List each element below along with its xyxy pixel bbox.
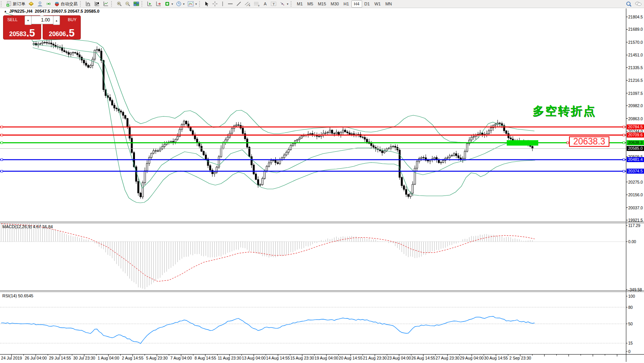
trendline-icon xyxy=(236,1,241,7)
caret-down-icon: ▾ xyxy=(195,2,197,6)
channel-tool-button[interactable]: E xyxy=(243,0,252,7)
new-order-icon xyxy=(6,1,12,7)
timeframe-button-h1[interactable]: H1 xyxy=(341,1,351,7)
toolbar-grip[interactable] xyxy=(199,1,202,7)
rsi-axis-tick: 0 xyxy=(628,349,631,354)
time-axis-label: 29 Aug 04:00 xyxy=(460,356,484,360)
new-order-label: 新订单 xyxy=(13,1,25,7)
volume-decrease-button[interactable]: ▼ xyxy=(25,16,32,25)
toolbar-grip[interactable] xyxy=(141,1,145,7)
search-icon[interactable] xyxy=(626,1,632,7)
turning-point-annotation[interactable]: 多空转折点 xyxy=(533,103,596,119)
price-callout-box[interactable]: 20638.3 xyxy=(569,136,609,147)
buy-price-int: 20606 xyxy=(49,31,66,38)
sell-price-int: 20583 xyxy=(9,31,27,38)
fibonacci-tool-button[interactable]: F xyxy=(252,0,261,7)
cursor-icon xyxy=(205,1,209,7)
volume-control: ▼ 1.00 ▲ xyxy=(25,16,60,24)
time-axis-label: 11 Aug 23:30 xyxy=(218,356,241,360)
text-tool-button[interactable]: A xyxy=(261,0,269,7)
vertical-line-tool-button[interactable] xyxy=(219,0,226,7)
bar-chart-icon xyxy=(85,1,91,7)
crosshair-icon xyxy=(212,1,218,7)
zoom-in-button[interactable] xyxy=(115,0,123,7)
crosshair-tool-button[interactable] xyxy=(211,0,219,7)
new-order-button[interactable]: 新订单 xyxy=(5,0,27,7)
auto-trading-button[interactable]: 自动交易 xyxy=(53,0,79,7)
add-indicator-icon xyxy=(165,1,170,7)
timeframe-button-d1[interactable]: D1 xyxy=(362,1,372,7)
price-axis-tick: 20275.0 xyxy=(628,180,643,184)
time-axis-label: 24 Jul 2019 xyxy=(1,356,22,360)
signals-button[interactable] xyxy=(44,0,53,7)
sell-label: SELL xyxy=(7,17,18,22)
timeframe-button-m1[interactable]: M1 xyxy=(295,1,305,7)
price-badge: 20784.5 xyxy=(627,124,644,129)
cursor-tool-button[interactable] xyxy=(203,0,211,7)
price-axis-tick: 21451.0 xyxy=(628,53,643,57)
timeframe-button-mn[interactable]: MN xyxy=(383,1,394,7)
chart-shift-button[interactable] xyxy=(154,0,163,7)
zoom-out-icon xyxy=(125,1,130,7)
add-indicator-button[interactable]: ▾ xyxy=(163,0,175,7)
rsi-indicator-label: RSI(14) 50.6545 xyxy=(2,293,33,298)
time-axis-label: 5 Aug 23:30 xyxy=(146,356,168,360)
chart-window-header: ▲ JPN225-,H4 20547.5 20607.5 20547.5 205… xyxy=(4,9,100,13)
svg-text:A: A xyxy=(264,2,267,6)
bar-chart-button[interactable] xyxy=(84,0,93,7)
toolbar-grip[interactable] xyxy=(1,1,4,7)
tile-windows-button[interactable] xyxy=(132,0,141,7)
main-toolbar: 新订单 自动交易 ▾ ▾ ▾ xyxy=(0,0,644,8)
timeframe-button-w1[interactable]: W1 xyxy=(372,1,383,7)
equidistant-channel-icon: E xyxy=(245,1,251,7)
time-axis-label: 2 Aug 14:55 xyxy=(122,356,143,360)
auto-trading-label: 自动交易 xyxy=(61,1,78,7)
price-axis-tick: 21689.0 xyxy=(628,27,643,31)
line-chart-button[interactable] xyxy=(102,0,110,7)
history-center-button[interactable] xyxy=(27,0,36,7)
price-badge: 20709.6 xyxy=(627,133,644,138)
svg-text:T: T xyxy=(273,2,275,6)
trendline-tool-button[interactable] xyxy=(235,0,243,7)
timeframe-button-m15[interactable]: M15 xyxy=(316,1,328,7)
templates-button[interactable]: ▾ xyxy=(186,0,198,7)
timeframe-bar: M1M5M15M30H1H4D1W1MN xyxy=(295,0,394,8)
rsi-axis-tick: 15 xyxy=(628,341,633,345)
chart-ohlc-values: 20547.5 20607.5 20547.5 20585.0 xyxy=(35,9,99,13)
candle-chart-button[interactable] xyxy=(93,0,102,7)
candle-chart-icon xyxy=(94,1,100,7)
collapse-icon[interactable]: ▲ xyxy=(4,10,7,13)
toolbar-grip[interactable] xyxy=(80,1,83,7)
timeframe-button-h4[interactable]: H4 xyxy=(351,0,362,8)
new-chart-button[interactable] xyxy=(145,0,154,7)
arrows-tool-button[interactable]: ▾ xyxy=(278,0,290,7)
text-label-icon: T xyxy=(271,1,276,7)
chart-canvas[interactable] xyxy=(0,0,644,363)
volume-input[interactable]: 1.00 xyxy=(32,16,53,24)
channel-letter: E xyxy=(249,4,250,7)
timeframe-button-m30[interactable]: M30 xyxy=(328,1,341,7)
time-axis-label: 30 Aug 14:55 xyxy=(484,356,508,360)
volume-increase-button[interactable]: ▲ xyxy=(53,16,60,25)
rsi-axis-tick: 100 xyxy=(628,294,635,298)
signal-icon xyxy=(46,1,51,7)
toolbar-grip[interactable] xyxy=(291,1,294,7)
candlesticks xyxy=(33,40,533,199)
price-badge: 20374.5 xyxy=(627,169,644,174)
zoom-out-button[interactable] xyxy=(123,0,132,7)
current-price-badge: 20585.0 xyxy=(627,146,644,151)
macd-indicator-label: MACD(12,26,9) 4.67 16.84 xyxy=(2,224,53,229)
profiles-button[interactable] xyxy=(36,0,44,7)
chat-icon[interactable] xyxy=(635,1,642,7)
timeframe-button-m5[interactable]: M5 xyxy=(305,1,315,7)
horizontal-lines xyxy=(0,126,626,172)
time-axis-label: 1 Aug 04:00 xyxy=(98,356,119,360)
periods-button[interactable]: ▾ xyxy=(175,0,186,7)
toolbar-grip[interactable] xyxy=(111,1,114,7)
caret-down-icon: ▾ xyxy=(287,2,288,6)
horizontal-line-tool-button[interactable] xyxy=(226,0,235,7)
time-axis-label: 29 Jul 14:55 xyxy=(49,356,71,360)
svg-text:F: F xyxy=(258,5,260,7)
text-label-tool-button[interactable]: T xyxy=(269,0,278,7)
sell-price: 20583.5 xyxy=(3,28,41,38)
